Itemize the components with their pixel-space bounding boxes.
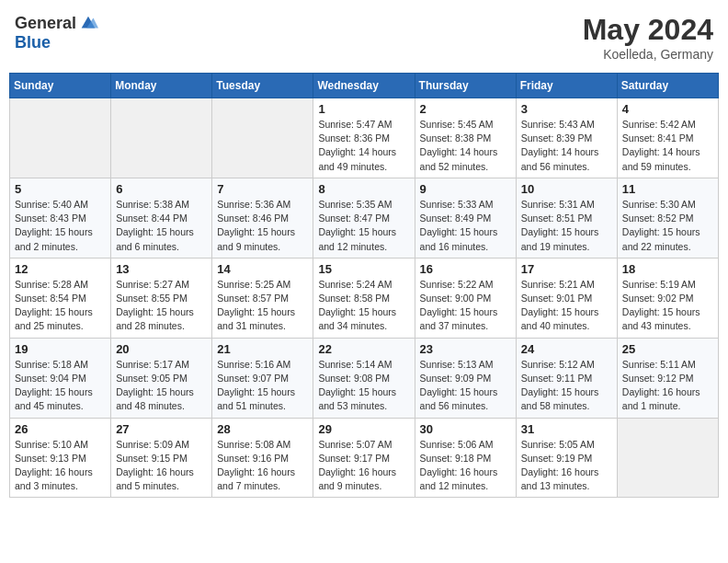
weekday-header: Saturday <box>617 74 718 98</box>
calendar-cell: 12Sunrise: 5:28 AMSunset: 8:54 PMDayligh… <box>10 258 111 338</box>
calendar-cell: 14Sunrise: 5:25 AMSunset: 8:57 PMDayligh… <box>212 258 313 338</box>
day-info: Sunrise: 5:06 AMSunset: 9:18 PMDaylight:… <box>420 438 511 494</box>
day-number: 12 <box>15 262 106 276</box>
day-info: Sunrise: 5:24 AMSunset: 8:58 PMDaylight:… <box>318 278 409 334</box>
day-number: 11 <box>622 182 713 196</box>
day-info: Sunrise: 5:31 AMSunset: 8:51 PMDaylight:… <box>521 198 612 254</box>
page-header: General Blue May 2024 Koelleda, Germany <box>9 9 719 65</box>
calendar-cell: 5Sunrise: 5:40 AMSunset: 8:43 PMDaylight… <box>10 178 111 258</box>
day-info: Sunrise: 5:09 AMSunset: 9:15 PMDaylight:… <box>116 438 207 494</box>
calendar-cell: 19Sunrise: 5:18 AMSunset: 9:04 PMDayligh… <box>10 338 111 418</box>
weekday-header: Tuesday <box>212 74 313 98</box>
day-number: 25 <box>622 342 713 356</box>
day-number: 21 <box>217 342 308 356</box>
calendar-cell: 13Sunrise: 5:27 AMSunset: 8:55 PMDayligh… <box>111 258 212 338</box>
calendar-cell: 22Sunrise: 5:14 AMSunset: 9:08 PMDayligh… <box>313 338 415 418</box>
day-number: 13 <box>116 262 207 276</box>
calendar-cell: 3Sunrise: 5:43 AMSunset: 8:39 PMDaylight… <box>516 98 617 178</box>
calendar-cell <box>212 98 313 178</box>
title-block: May 2024 Koelleda, Germany <box>583 13 713 62</box>
day-info: Sunrise: 5:11 AMSunset: 9:12 PMDaylight:… <box>622 358 713 414</box>
calendar-cell: 26Sunrise: 5:10 AMSunset: 9:13 PMDayligh… <box>10 418 111 498</box>
day-number: 24 <box>521 342 612 356</box>
weekday-header: Wednesday <box>313 74 415 98</box>
day-number: 15 <box>318 262 409 276</box>
calendar-cell: 8Sunrise: 5:35 AMSunset: 8:47 PMDaylight… <box>313 178 415 258</box>
day-number: 7 <box>217 182 308 196</box>
day-number: 9 <box>420 182 511 196</box>
calendar-cell: 7Sunrise: 5:36 AMSunset: 8:46 PMDaylight… <box>212 178 313 258</box>
day-number: 19 <box>15 342 106 356</box>
day-info: Sunrise: 5:14 AMSunset: 9:08 PMDaylight:… <box>318 358 409 414</box>
calendar-cell: 20Sunrise: 5:17 AMSunset: 9:05 PMDayligh… <box>111 338 212 418</box>
day-number: 1 <box>318 102 409 116</box>
weekday-header: Monday <box>111 74 212 98</box>
day-info: Sunrise: 5:40 AMSunset: 8:43 PMDaylight:… <box>15 198 106 254</box>
main-title: May 2024 <box>583 13 713 47</box>
logo-text-general: General <box>15 14 76 33</box>
day-number: 27 <box>116 422 207 436</box>
day-number: 30 <box>420 422 511 436</box>
day-info: Sunrise: 5:35 AMSunset: 8:47 PMDaylight:… <box>318 198 409 254</box>
day-number: 17 <box>521 262 612 276</box>
calendar-cell: 18Sunrise: 5:19 AMSunset: 9:02 PMDayligh… <box>617 258 718 338</box>
calendar-cell: 30Sunrise: 5:06 AMSunset: 9:18 PMDayligh… <box>415 418 516 498</box>
day-number: 28 <box>217 422 308 436</box>
calendar-week-row: 19Sunrise: 5:18 AMSunset: 9:04 PMDayligh… <box>10 338 719 418</box>
calendar-cell: 15Sunrise: 5:24 AMSunset: 8:58 PMDayligh… <box>313 258 415 338</box>
day-number: 6 <box>116 182 207 196</box>
calendar-cell <box>111 98 212 178</box>
day-info: Sunrise: 5:45 AMSunset: 8:38 PMDaylight:… <box>420 118 511 174</box>
calendar-cell: 25Sunrise: 5:11 AMSunset: 9:12 PMDayligh… <box>617 338 718 418</box>
calendar-cell: 17Sunrise: 5:21 AMSunset: 9:01 PMDayligh… <box>516 258 617 338</box>
day-info: Sunrise: 5:19 AMSunset: 9:02 PMDaylight:… <box>622 278 713 334</box>
calendar-cell <box>617 418 718 498</box>
day-number: 14 <box>217 262 308 276</box>
calendar-week-row: 12Sunrise: 5:28 AMSunset: 8:54 PMDayligh… <box>10 258 719 338</box>
day-info: Sunrise: 5:27 AMSunset: 8:55 PMDaylight:… <box>116 278 207 334</box>
calendar-week-row: 26Sunrise: 5:10 AMSunset: 9:13 PMDayligh… <box>10 418 719 498</box>
day-info: Sunrise: 5:36 AMSunset: 8:46 PMDaylight:… <box>217 198 308 254</box>
calendar-week-row: 1Sunrise: 5:47 AMSunset: 8:36 PMDaylight… <box>10 98 719 178</box>
subtitle: Koelleda, Germany <box>583 47 713 62</box>
day-number: 3 <box>521 102 612 116</box>
day-info: Sunrise: 5:12 AMSunset: 9:11 PMDaylight:… <box>521 358 612 414</box>
day-number: 16 <box>420 262 511 276</box>
day-number: 10 <box>521 182 612 196</box>
weekday-header: Sunday <box>10 74 111 98</box>
day-number: 29 <box>318 422 409 436</box>
day-info: Sunrise: 5:18 AMSunset: 9:04 PMDaylight:… <box>15 358 106 414</box>
calendar-cell: 31Sunrise: 5:05 AMSunset: 9:19 PMDayligh… <box>516 418 617 498</box>
calendar-cell: 29Sunrise: 5:07 AMSunset: 9:17 PMDayligh… <box>313 418 415 498</box>
day-info: Sunrise: 5:21 AMSunset: 9:01 PMDaylight:… <box>521 278 612 334</box>
day-number: 26 <box>15 422 106 436</box>
calendar-cell: 2Sunrise: 5:45 AMSunset: 8:38 PMDaylight… <box>415 98 516 178</box>
day-number: 8 <box>318 182 409 196</box>
day-info: Sunrise: 5:47 AMSunset: 8:36 PMDaylight:… <box>318 118 409 174</box>
day-info: Sunrise: 5:05 AMSunset: 9:19 PMDaylight:… <box>521 438 612 494</box>
weekday-header: Friday <box>516 74 617 98</box>
logo-text-blue: Blue <box>15 33 51 52</box>
day-info: Sunrise: 5:43 AMSunset: 8:39 PMDaylight:… <box>521 118 612 174</box>
calendar-cell: 1Sunrise: 5:47 AMSunset: 8:36 PMDaylight… <box>313 98 415 178</box>
day-number: 23 <box>420 342 511 356</box>
calendar-cell: 6Sunrise: 5:38 AMSunset: 8:44 PMDaylight… <box>111 178 212 258</box>
day-number: 18 <box>622 262 713 276</box>
day-info: Sunrise: 5:22 AMSunset: 9:00 PMDaylight:… <box>420 278 511 334</box>
day-info: Sunrise: 5:07 AMSunset: 9:17 PMDaylight:… <box>318 438 409 494</box>
calendar-cell: 21Sunrise: 5:16 AMSunset: 9:07 PMDayligh… <box>212 338 313 418</box>
calendar-week-row: 5Sunrise: 5:40 AMSunset: 8:43 PMDaylight… <box>10 178 719 258</box>
day-number: 31 <box>521 422 612 436</box>
day-info: Sunrise: 5:16 AMSunset: 9:07 PMDaylight:… <box>217 358 308 414</box>
calendar-cell: 24Sunrise: 5:12 AMSunset: 9:11 PMDayligh… <box>516 338 617 418</box>
calendar-cell: 27Sunrise: 5:09 AMSunset: 9:15 PMDayligh… <box>111 418 212 498</box>
day-info: Sunrise: 5:42 AMSunset: 8:41 PMDaylight:… <box>622 118 713 174</box>
calendar-cell: 16Sunrise: 5:22 AMSunset: 9:00 PMDayligh… <box>415 258 516 338</box>
calendar-header-row: SundayMondayTuesdayWednesdayThursdayFrid… <box>10 74 719 98</box>
day-info: Sunrise: 5:33 AMSunset: 8:49 PMDaylight:… <box>420 198 511 254</box>
day-info: Sunrise: 5:10 AMSunset: 9:13 PMDaylight:… <box>15 438 106 494</box>
day-info: Sunrise: 5:08 AMSunset: 9:16 PMDaylight:… <box>217 438 308 494</box>
calendar-table: SundayMondayTuesdayWednesdayThursdayFrid… <box>9 73 719 498</box>
calendar-cell: 28Sunrise: 5:08 AMSunset: 9:16 PMDayligh… <box>212 418 313 498</box>
day-info: Sunrise: 5:30 AMSunset: 8:52 PMDaylight:… <box>622 198 713 254</box>
